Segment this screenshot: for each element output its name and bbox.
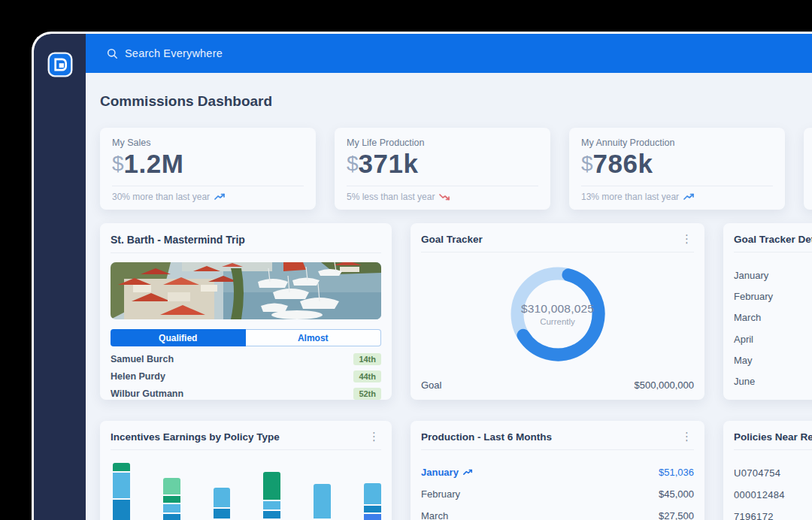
divider: [421, 449, 694, 450]
bottom-row: Incentives Earnings by Policy Type ⋮: [100, 421, 812, 520]
trip-member-list: Samuel Burch 14th Helen Purdy 44th Wilbu…: [111, 350, 381, 402]
kebab-menu-icon[interactable]: ⋮: [367, 431, 381, 441]
goal-tracker-card: Goal Tracker ⋮ $310,008,025 Currently: [411, 223, 704, 400]
kpi-label: My Life Production: [347, 138, 538, 148]
goal-donut-chart: $310,008,025 Currently: [505, 262, 611, 367]
stacked-bar: [214, 488, 231, 518]
divider: [112, 186, 304, 186]
kpi-value: $ 1.2M: [112, 150, 304, 178]
list-item: Helen Purdy 44th: [111, 367, 381, 385]
production-list: January $51,036 February $45,000: [421, 461, 694, 520]
goal-tracker-detailed-card: Goal Tracker Detailed January February M…: [723, 223, 812, 400]
stacked-bar: [163, 478, 180, 520]
list-item: Samuel Burch 14th: [111, 350, 381, 367]
app-logo[interactable]: [47, 51, 74, 78]
list-item: February: [734, 286, 812, 307]
trip-tabs: Qualified Almost: [111, 329, 381, 346]
card-title: St. Barth - Mastermind Trip: [111, 234, 245, 246]
member-name: Wilbur Gutmann: [111, 388, 183, 399]
trend-up-icon: [463, 469, 473, 476]
kpi-value: $ 371k: [347, 150, 538, 178]
bar-segment-lightblue: [113, 473, 130, 498]
month-label: February: [421, 488, 460, 500]
stacked-bar: [263, 472, 280, 518]
card-title: Production - Last 6 Months: [421, 431, 552, 443]
bar-segment-lightblue: [314, 484, 331, 518]
kpi-card-annuity-production: My Annuity Production $ 786k 13% more th…: [569, 128, 785, 210]
member-name: Helen Purdy: [111, 371, 165, 382]
kpi-value: $ 786k: [581, 150, 773, 178]
goal-footer: Goal $500,000,000: [421, 379, 694, 391]
bar-segment-mint: [163, 478, 180, 494]
list-item: 000012484: [734, 484, 812, 506]
stacked-bar: [113, 463, 130, 520]
trend-up-icon: [214, 193, 226, 201]
goal-amount: $500,000,000: [634, 379, 694, 391]
trend-down-icon: [439, 193, 450, 201]
production-row-january[interactable]: January $51,036: [421, 461, 694, 483]
bar-segment-green: [113, 463, 130, 471]
production-row: March $27,500: [421, 505, 694, 520]
policy-list: U0704754 000012484 7196172: [734, 462, 812, 520]
incentives-card: Incentives Earnings by Policy Type ⋮: [100, 421, 392, 520]
kpi-trend: 13% more than last year: [581, 192, 695, 202]
search-input[interactable]: Search Everywhere: [107, 47, 223, 59]
list-item: April: [734, 328, 812, 349]
kpi-label: My Annuity Production: [581, 138, 773, 148]
bar-segment-lightblue: [163, 504, 180, 512]
search-icon: [107, 48, 118, 59]
bar-segment-lightblue: [263, 501, 280, 509]
sidebar: [34, 34, 86, 520]
app-window: Search Everywhere Commissions Dashboard …: [32, 32, 812, 520]
dashboard-content: Commissions Dashboard My Sales $ 1.2M 30…: [86, 73, 812, 520]
divider: [734, 252, 812, 252]
divider: [581, 186, 773, 186]
trend-up-icon: [683, 193, 695, 201]
production-card: Production - Last 6 Months ⋮ January: [411, 421, 704, 520]
rank-badge: 52th: [353, 388, 381, 400]
list-item: U0704754: [734, 462, 812, 484]
tab-qualified[interactable]: Qualified: [111, 329, 246, 346]
divider: [734, 449, 812, 450]
list-item: March: [734, 307, 812, 328]
bar-segment-lightblue: [364, 483, 381, 504]
trip-card: St. Barth - Mastermind Trip: [100, 223, 392, 400]
month-label: March: [421, 510, 448, 520]
donut-center: $310,008,025 Currently: [505, 262, 611, 367]
card-title: Incentives Earnings by Policy Type: [111, 431, 280, 443]
kpi-card-life-production: My Life Production $ 371k 5% less than l…: [335, 128, 550, 210]
rank-badge: 44th: [353, 370, 381, 382]
kebab-menu-icon[interactable]: ⋮: [680, 234, 694, 243]
amount: $27,500: [659, 510, 694, 520]
screen-background: Search Everywhere Commissions Dashboard …: [0, 0, 812, 520]
divider: [347, 186, 538, 186]
current-caption: Currently: [540, 317, 575, 326]
bar-segment-darkblue: [163, 514, 180, 520]
list-item: 7196172: [734, 506, 812, 520]
kpi-trend: 30% more than last year: [112, 192, 226, 202]
currency-sign: $: [112, 153, 124, 174]
card-title: Goal Tracker Detailed: [734, 234, 812, 245]
currency-sign: $: [581, 153, 593, 174]
card-title: Goal Tracker: [421, 234, 483, 245]
month-label: January: [421, 467, 459, 478]
policies-card: Policies Near Renewal U0704754 000012484…: [723, 421, 812, 520]
topbar: Search Everywhere: [86, 34, 812, 73]
stacked-bar: [314, 484, 331, 518]
divider: [111, 252, 381, 253]
bar-segment-royal: [364, 514, 381, 520]
amount: $45,000: [659, 488, 694, 500]
production-row: February $45,000: [421, 483, 694, 505]
tab-almost[interactable]: Almost: [246, 329, 382, 346]
goal-label: Goal: [421, 379, 441, 391]
rank-badge: 14th: [353, 353, 381, 365]
kpi-row: My Sales $ 1.2M 30% more than last year: [100, 128, 812, 210]
middle-row: St. Barth - Mastermind Trip: [100, 223, 812, 400]
trip-photo: [111, 262, 381, 319]
search-placeholder: Search Everywhere: [125, 47, 223, 59]
kpi-card-my-sales: My Sales $ 1.2M 30% more than last year: [100, 128, 316, 210]
stacked-bar: [364, 483, 381, 520]
kebab-menu-icon[interactable]: ⋮: [680, 431, 694, 441]
list-item: June: [734, 370, 812, 392]
member-name: Samuel Burch: [111, 354, 174, 364]
